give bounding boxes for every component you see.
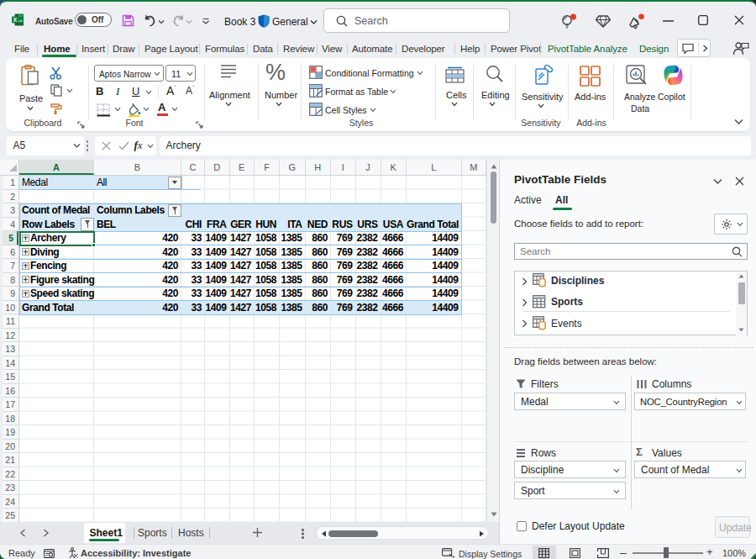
- svg-text:X: X: [13, 17, 18, 23]
